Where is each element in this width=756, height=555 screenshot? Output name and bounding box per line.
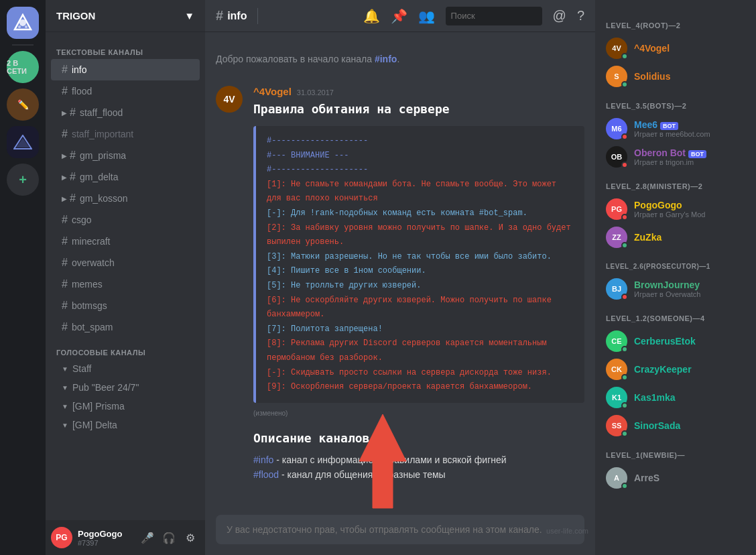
notification-icon[interactable]: 🔔 (363, 8, 380, 24)
channel-item-botmsgs[interactable]: # botmsgs (51, 295, 200, 316)
channel-name-gm-kosson: gm_kosson (80, 193, 128, 204)
flood-channel-link[interactable]: #flood (253, 469, 279, 480)
member-name-brown: BrownJourney (634, 280, 745, 290)
member-name-pogo: PogoGogo (634, 200, 745, 210)
member-item-sinor[interactable]: SS SinorSada (601, 412, 751, 439)
member-item-cerb[interactable]: CE CerberusEtok (601, 328, 751, 355)
server-icon-2[interactable]: ✏️ (7, 88, 39, 121)
mute-button[interactable]: 🎤 (138, 528, 157, 547)
message-content: ^4Vogel 31.03.2017 Правила обитания на с… (253, 86, 584, 482)
channel-item-minecraft[interactable]: # minecraft (51, 231, 200, 252)
flood-desc-text: - канал для общения на разные темы (279, 469, 445, 480)
hash-icon: # (70, 192, 76, 204)
channel-item-staff-flood[interactable]: ▶ # staff_flood (51, 102, 200, 123)
member-item-oberon[interactable]: OB Oberon BotBOT Играет в trigon.im (601, 143, 751, 170)
server-icon-1[interactable]: 2 В СЕТИ (7, 51, 39, 83)
channel-name-staff-flood: staff_flood (80, 107, 123, 118)
server-icon-trigon-2[interactable] (7, 126, 39, 158)
server-icon-trigon[interactable] (7, 7, 39, 39)
help-icon[interactable]: ? (577, 8, 584, 23)
add-server-button[interactable]: + (7, 164, 39, 196)
channel-item-staff-important[interactable]: # staff_important (51, 123, 200, 145)
status-dot-solidius (621, 81, 628, 88)
channel-item-overwatch[interactable]: # overwatch (51, 252, 200, 273)
member-item-crazy[interactable]: CK CrazyKeeper (601, 356, 751, 383)
channel-item-gm-prisma[interactable]: ▶ # gm_prisma (51, 145, 200, 166)
member-item-vogel[interactable]: 4V ^4Vogel (601, 35, 751, 62)
member-avatar-zuzka: ZZ (606, 227, 627, 248)
pin-icon[interactable]: 📌 (391, 8, 407, 24)
member-avatar-oberon: OB (606, 146, 627, 168)
message-body: Правила обитания на сервере #-----------… (253, 100, 584, 482)
rule-6: [6]: Не оскорбляйте других юзверей. Можн… (267, 294, 574, 322)
channel-item-gm-kosson[interactable]: ▶ # gm_kosson (51, 188, 200, 209)
member-section-prosecutor: LEVEL_2.6(PROSECUTOR)—1 (601, 252, 751, 273)
rule-minus1: [-]: Для !rank-подобных команд есть комн… (267, 206, 574, 221)
channel-desc: #info - канал с информацией, правилами и… (253, 452, 584, 483)
channel-item-flood[interactable]: # flood (51, 80, 200, 102)
status-dot-pogo (621, 214, 628, 221)
member-section-newbie: LEVEL_1(NEWBIE)— (601, 440, 751, 462)
welcome-channel: #info (375, 54, 397, 64)
member-status-brown: Играет в Overwatch (634, 290, 745, 298)
settings-button[interactable]: ⚙ (181, 528, 200, 547)
channel-item-bot-spam[interactable]: # bot_spam (51, 316, 200, 338)
status-dot-zuzka (621, 242, 628, 249)
member-avatar-vogel: 4V (606, 38, 627, 59)
hash-icon: # (62, 257, 68, 269)
search-input[interactable] (446, 7, 542, 25)
member-item-arres[interactable]: A ArreS (601, 465, 751, 491)
chat-header: # info 🔔 📌 👥 @ ? (205, 0, 595, 32)
member-name-sinor: SinorSada (634, 420, 745, 431)
member-item-brown[interactable]: BJ BrownJourney Играет в Overwatch (601, 275, 751, 302)
deafen-button[interactable]: 🎧 (160, 528, 178, 547)
voice-channel-gm-prisma[interactable]: ▼ [GM] Prisma (51, 397, 200, 416)
channel-item-info[interactable]: # info (51, 59, 200, 80)
info-channel-link[interactable]: #info (253, 454, 273, 465)
member-item-pogo[interactable]: PG PogoGogo Играет в Garry's Mod (601, 196, 751, 223)
member-item-solidius[interactable]: S Solidius (601, 63, 751, 90)
member-item-zuzka[interactable]: ZZ ZuZka (601, 224, 751, 251)
rule-1: [1]: Не спамьте командами бота. Не спамь… (267, 178, 574, 206)
server-header[interactable]: TRIGON ▼ (46, 0, 205, 32)
member-status-mee6: Играет в mee6bot.com (634, 130, 745, 138)
message-group: 4V ^4Vogel 31.03.2017 Правила обитания н… (216, 86, 584, 482)
voice-channel-gm-delta[interactable]: ▼ [GM] Delta (51, 416, 200, 434)
status-dot-vogel (621, 53, 628, 60)
member-info-solidius: Solidius (634, 71, 745, 82)
channel-sidebar: TRIGON ▼ ТЕКСТОВЫЕ КАНАЛЫ # info # flood… (46, 0, 205, 555)
voice-channel-staff[interactable]: ▼ Staff (51, 359, 200, 378)
member-item-kas[interactable]: K1 Kas1mka (601, 384, 751, 411)
members-icon[interactable]: 👥 (418, 8, 435, 24)
member-avatar-sinor: SS (606, 415, 627, 436)
member-item-mee6[interactable]: M6 Mee6BOT Играет в mee6bot.com (601, 115, 751, 142)
channel-header-name: info (227, 10, 247, 22)
channel-name-gm-prisma: gm_prisma (80, 150, 126, 161)
hash-icon: # (62, 214, 68, 226)
svg-point-2 (18, 25, 21, 28)
rule-4: [4]: Пишите все в 1ном сообщении. (267, 264, 574, 279)
member-name-mee6: Mee6BOT (634, 119, 745, 130)
desc-title: Описание каналов (253, 429, 584, 447)
voice-channel-pub[interactable]: ▼ Pub "Beer 24/7" (51, 378, 200, 397)
member-avatar-brown: BJ (606, 278, 627, 300)
mention-icon[interactable]: @ (553, 8, 566, 23)
header-divider (257, 8, 258, 24)
message-input[interactable] (216, 515, 584, 544)
member-info-pogo: PogoGogo Играет в Garry's Mod (634, 200, 745, 219)
arrow-icon: ▶ (62, 109, 67, 117)
channel-name-gm-delta: gm_delta (80, 172, 119, 182)
hash-icon: # (70, 149, 76, 162)
channel-item-memes[interactable]: # memes (51, 273, 200, 295)
server-divider (12, 44, 34, 46)
server-rail: 2 В СЕТИ ✏️ + (0, 0, 46, 555)
member-name-arres: ArreS (634, 473, 745, 483)
channel-item-csgo[interactable]: # csgo (51, 209, 200, 231)
user-name: PogoGogo (78, 529, 133, 539)
status-dot-brown (621, 294, 628, 300)
member-info-oberon: Oberon BotBOT Играет в trigon.im (634, 147, 745, 166)
member-info-brown: BrownJourney Играет в Overwatch (634, 280, 745, 298)
message-input-wrap (205, 515, 595, 555)
channel-item-gm-delta[interactable]: ▶ # gm_delta (51, 166, 200, 188)
hash-icon: # (70, 171, 76, 183)
